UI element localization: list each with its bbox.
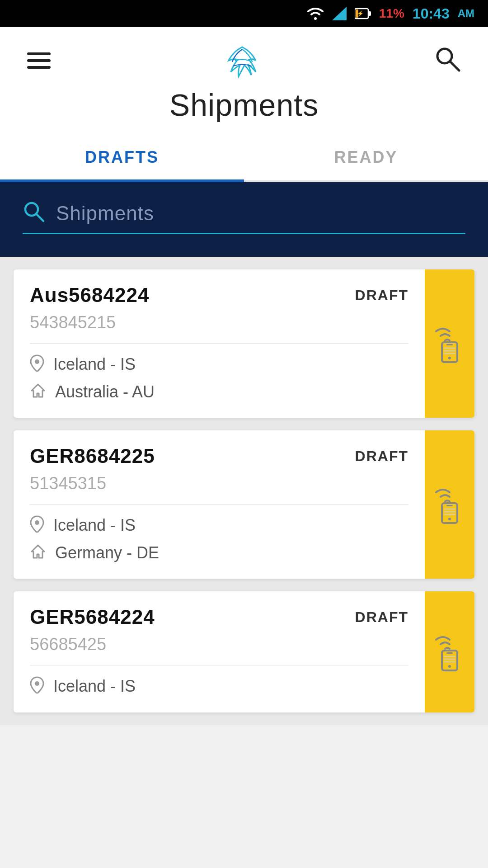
svg-rect-20: [444, 509, 455, 509]
svg-rect-14: [444, 350, 455, 351]
tab-ready[interactable]: READY: [244, 132, 488, 180]
svg-rect-3: [368, 11, 371, 16]
shipment-origin-2: Iceland - IS: [30, 515, 408, 535]
svg-rect-19: [446, 505, 453, 506]
menu-button[interactable]: [23, 48, 55, 73]
svg-point-17: [35, 520, 39, 525]
svg-rect-28: [444, 659, 455, 660]
shipment-id-1: Aus5684224: [30, 284, 149, 307]
search-bar-icon: [23, 200, 45, 226]
signal-icon: [332, 7, 347, 20]
search-input[interactable]: [56, 202, 465, 225]
shipment-id-3: GER5684224: [30, 606, 155, 628]
card-device-icon-2: [434, 484, 465, 525]
shipment-number-2: 51345315: [30, 474, 408, 505]
svg-line-9: [36, 214, 43, 221]
svg-point-23: [448, 518, 451, 520]
origin-pin-icon-1: [30, 354, 44, 374]
shipment-dest-2: Germany - DE: [30, 543, 408, 562]
app-logo: [220, 42, 265, 79]
shipment-card-3[interactable]: GER5684224 DRAFT 56685425 Iceland - IS: [14, 591, 474, 712]
origin-pin-icon-2: [30, 515, 44, 535]
svg-rect-27: [444, 656, 455, 657]
svg-point-10: [35, 359, 39, 364]
search-header-button[interactable]: [429, 41, 465, 80]
shipment-status-3: DRAFT: [355, 609, 408, 626]
shipment-status-1: DRAFT: [355, 287, 408, 304]
tab-drafts[interactable]: DRAFTS: [0, 132, 244, 180]
card-device-icon-3: [434, 632, 465, 672]
shipment-side-3: [425, 591, 474, 712]
battery-icon: ⚡: [355, 7, 371, 20]
svg-rect-26: [446, 652, 453, 654]
shipment-number-1: 543845215: [30, 313, 408, 344]
shipment-card-1[interactable]: Aus5684224 DRAFT 543845215 Iceland - IS: [14, 269, 474, 418]
shipment-dest-1: Australia - AU: [30, 382, 408, 401]
svg-point-16: [448, 357, 451, 359]
dest-home-icon-1: [30, 382, 46, 401]
origin-pin-icon-3: [30, 676, 44, 696]
search-section: [0, 182, 488, 257]
shipment-status-2: DRAFT: [355, 448, 408, 465]
shipment-id-2: GER8684225: [30, 445, 155, 467]
shipment-origin-3: Iceland - IS: [30, 676, 408, 696]
svg-rect-22: [444, 514, 455, 515]
card-device-icon-1: [434, 323, 465, 364]
svg-point-24: [35, 681, 39, 686]
am-pm: AM: [458, 7, 474, 20]
svg-text:⚡: ⚡: [357, 10, 364, 17]
svg-rect-15: [444, 353, 455, 354]
status-bar: ⚡ 11% 10:43 AM: [0, 0, 488, 27]
tab-bar: DRAFTS READY: [0, 132, 488, 182]
battery-percent: 11%: [379, 6, 404, 21]
svg-line-7: [450, 61, 459, 71]
svg-point-0: [314, 17, 317, 20]
svg-rect-13: [444, 348, 455, 349]
dest-home-icon-2: [30, 543, 46, 562]
shipment-card-2[interactable]: GER8684225 DRAFT 51345315 Iceland - IS: [14, 430, 474, 579]
svg-rect-21: [444, 511, 455, 512]
svg-rect-12: [446, 344, 453, 345]
wifi-icon: [307, 7, 324, 20]
app-header: Shipments: [0, 27, 488, 132]
page-title: Shipments: [169, 87, 319, 123]
time-display: 10:43: [413, 5, 450, 22]
shipment-origin-1: Iceland - IS: [30, 354, 408, 374]
shipment-number-3: 56685425: [30, 635, 408, 665]
shipments-list: Aus5684224 DRAFT 543845215 Iceland - IS: [0, 257, 488, 725]
svg-point-30: [448, 665, 451, 668]
svg-marker-1: [332, 7, 347, 20]
shipment-side-1: [425, 269, 474, 418]
shipment-side-2: [425, 430, 474, 579]
svg-rect-29: [444, 661, 455, 662]
